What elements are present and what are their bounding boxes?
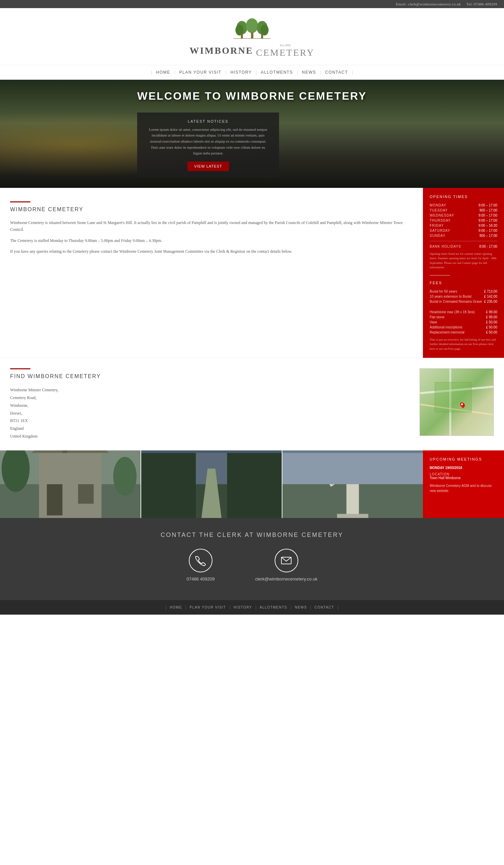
- nav-item-home[interactable]: HOME: [153, 69, 173, 76]
- ot-saturday: SATURDAY 9:00 – 17:00: [430, 229, 497, 232]
- tel-value: 07486 409209: [474, 2, 497, 6]
- find-title: FIND WIMBORNE CEMETERY: [10, 373, 413, 379]
- svg-rect-4: [251, 32, 253, 38]
- phone-contact: 07486 409209: [186, 549, 214, 581]
- footer-sep: |: [165, 605, 166, 610]
- nav-sep: |: [256, 70, 257, 75]
- ot-friday: FRIDAY 9:00 – 16:30: [430, 224, 497, 227]
- email-icon-circle[interactable]: [274, 549, 298, 573]
- footer-nav-history[interactable]: HISTORY: [232, 605, 254, 610]
- nav-sep: |: [320, 70, 321, 75]
- ot-sunday: SUNDAY 900 – 17:00: [430, 234, 497, 238]
- opening-times-note: Opening times listed are for current win…: [430, 252, 497, 270]
- photo-church: [0, 450, 141, 518]
- nav-sep: |: [297, 70, 298, 75]
- svg-rect-23: [227, 450, 282, 518]
- nav-sep: |: [174, 70, 175, 75]
- nav-item-contact[interactable]: CONTACT: [322, 69, 351, 76]
- contact-title: CONTACT THE CLERK AT WIMBORNE CEMETERY: [7, 531, 497, 539]
- notices-title: LATEST NOTICES: [147, 119, 269, 123]
- nav-item-plan[interactable]: PLAN YOUR VISIT: [177, 69, 224, 76]
- svg-rect-16: [78, 484, 94, 504]
- svg-point-3: [246, 18, 258, 33]
- right-column: OPENING TIMES MONDAY 9:00 – 17:00 TUESDA…: [423, 188, 504, 358]
- footer-sep: |: [338, 605, 338, 610]
- fee-extension: 10 years extension to Burial £ 142.00: [430, 295, 497, 298]
- footer-nav-home[interactable]: HOME: [168, 605, 184, 610]
- fee-flat-stone: Flat stone £ 99.00: [430, 315, 497, 319]
- email-value: clerk@wimbornecemetery.co.uk: [255, 576, 317, 581]
- nav-item-history[interactable]: HISTORY: [228, 69, 254, 76]
- opening-times-title: OPENING TIMES: [430, 195, 497, 199]
- svg-rect-13: [62, 450, 67, 453]
- find-layout: FIND WIMBORNE CEMETERY Wimborne Minster …: [10, 368, 494, 440]
- red-divider: [430, 275, 450, 276]
- hero-title: WELCOME TO WIMBORNE CEMETERY: [137, 90, 367, 102]
- fee-cremated: Burial in Cremated Remains Grave £ 235.0…: [430, 300, 497, 303]
- svg-rect-7: [261, 33, 263, 38]
- addr-line-7: United Kingdom: [10, 432, 413, 440]
- nav-item-news[interactable]: NEWS: [299, 69, 319, 76]
- view-latest-button[interactable]: VIEW LATEST: [187, 162, 229, 171]
- meeting-description: Wimborne Cemetery AGM and to discuss new…: [430, 483, 497, 493]
- main-content: WIMBORNE CEMETERY Wimborne Cemetery is s…: [0, 188, 504, 358]
- ot-bank-holidays: BANK HOLIDAYS 8:00 - 17:00: [430, 245, 497, 249]
- find-rule: [10, 368, 31, 369]
- svg-rect-22: [141, 450, 196, 518]
- fee-memorial: Replacement memorial £ 50.00: [430, 331, 497, 334]
- hero-section: WELCOME TO WIMBORNE CEMETERY LATEST NOTI…: [0, 80, 504, 188]
- email-contact: clerk@wimbornecemetery.co.uk: [255, 549, 317, 581]
- email-value: clerk@wimbornecemetery.co.uk: [408, 2, 461, 6]
- footer-sep: |: [186, 605, 186, 610]
- footer-nav-allotments[interactable]: ALLOTMENTS: [258, 605, 290, 610]
- email-icon: [280, 554, 292, 566]
- logo-trees-icon: [230, 18, 274, 42]
- fee-inscriptions: Additional inscriptions £ 50.00: [430, 325, 497, 329]
- footer-sep: |: [291, 605, 291, 610]
- ot-thursday: THURSDAY 9:00 – 17:00: [430, 219, 497, 222]
- phone-value: 07486 409209: [186, 576, 214, 581]
- tel-label: Tel:: [467, 2, 473, 6]
- fee-burial-50: Burial for 50 years £ 713.00: [430, 290, 497, 293]
- svg-rect-24: [141, 450, 282, 453]
- nav-sep: |: [151, 70, 152, 75]
- meeting-date: MONDAY 19/03/2018: [430, 466, 497, 470]
- logo-wimborne: WIMBORNE: [189, 45, 253, 56]
- footer-nav-plan[interactable]: PLAN YOUR VISIT: [187, 605, 228, 610]
- footer-sep: |: [230, 605, 230, 610]
- address-block: Wimborne Minster Cemetery, Cemetery Road…: [10, 386, 413, 440]
- addr-line-5: BT21 1EX: [10, 417, 413, 425]
- photo-strip-inner: [0, 450, 423, 518]
- photo-strip: [0, 450, 423, 518]
- fees-title: FEES: [430, 281, 497, 285]
- nav-item-allotments[interactable]: ALLOTMENTS: [258, 69, 296, 76]
- addr-line-1: Wimborne Minster Cemetery,: [10, 386, 413, 394]
- logo-cemetery: CEMETERY: [256, 47, 315, 58]
- logo-name: WIMBORNE Est.1856 CEMETERY: [7, 44, 497, 58]
- photo-statue: [282, 450, 423, 518]
- addr-line-4: Dorset,: [10, 410, 413, 417]
- svg-rect-15: [47, 484, 62, 515]
- header: WIMBORNE Est.1856 CEMETERY: [0, 8, 504, 65]
- nav-sep: |: [352, 70, 353, 75]
- footer-nav-contact[interactable]: CONTACT: [313, 605, 336, 610]
- notices-text: Lorem ipsum dolor sit amet, consectetur …: [147, 127, 269, 157]
- meeting-location: Town Hall Wimborne: [430, 476, 497, 480]
- svg-rect-2: [241, 33, 243, 38]
- upcoming-title: UPCOMING MEETINGS: [430, 457, 497, 461]
- map-placeholder[interactable]: [420, 368, 494, 436]
- ot-monday: MONDAY 9:00 – 17:00: [430, 204, 497, 207]
- find-section: FIND WIMBORNE CEMETERY Wimborne Minster …: [0, 358, 504, 450]
- phone-icon-circle[interactable]: [189, 549, 212, 573]
- ot-wednesday: WEDNESDAY 9:00 – 17:00: [430, 214, 497, 217]
- meeting-location-label: LOCATION: [430, 472, 497, 476]
- phone-icon: [195, 554, 207, 566]
- fees-note: This is just an overview, for full listi…: [430, 337, 497, 351]
- fee-headstone: Headstone max (3ft x 1ft 3ins) £ 99.00: [430, 310, 497, 314]
- email-label: Email:: [396, 2, 407, 6]
- notices-box: LATEST NOTICES Lorem ipsum dolor sit ame…: [137, 113, 279, 178]
- contact-icons: 07486 409209 clerk@wimbornecemetery.co.u…: [7, 549, 497, 581]
- left-column: WIMBORNE CEMETERY Wimborne Cemetery is s…: [0, 188, 423, 358]
- footer-nav-news[interactable]: NEWS: [293, 605, 309, 610]
- top-bar: Email: clerk@wimbornecemetery.co.uk Tel:…: [0, 0, 504, 8]
